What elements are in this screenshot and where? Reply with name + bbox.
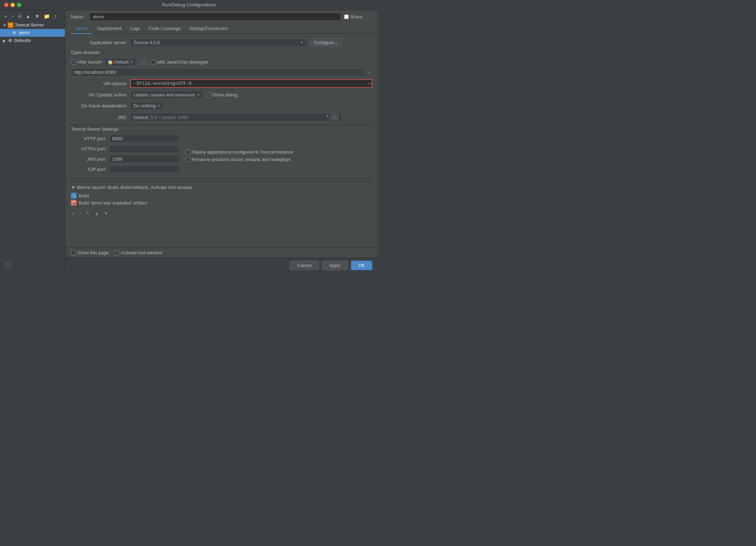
app-server-arrow-icon: ▼ bbox=[300, 41, 304, 44]
http-port-input[interactable] bbox=[109, 135, 180, 143]
move-down-button[interactable]: ▼ bbox=[33, 13, 41, 20]
sidebar-item-demo[interactable]: ⚙ demo bbox=[0, 29, 65, 37]
traffic-lights bbox=[4, 3, 21, 7]
launch-toolbar: + − ✎ ▲ ▼ bbox=[71, 208, 372, 219]
app-server-row: Application server: Tomcat 9.0.8 ▼ Confi… bbox=[71, 38, 372, 47]
folder-button[interactable]: 📁 bbox=[42, 13, 51, 20]
launch-down-button[interactable]: ▼ bbox=[103, 210, 109, 217]
move-up-button[interactable]: ▲ bbox=[24, 13, 32, 20]
tomcat-settings-section: Tomcat Server Settings HTTP port: HTTPs … bbox=[71, 126, 372, 176]
url-expand-button[interactable]: ⤢ bbox=[366, 69, 372, 76]
before-launch-triangle-icon: ▼ bbox=[71, 185, 76, 190]
jre-controls: ▼ ··· bbox=[326, 114, 339, 120]
tomcat-settings-title: Tomcat Server Settings bbox=[71, 126, 372, 132]
after-launch-checkbox-item[interactable]: After launch bbox=[71, 59, 102, 65]
preserve-sessions-checkbox[interactable] bbox=[185, 157, 190, 162]
add-config-button[interactable]: + bbox=[3, 13, 8, 20]
before-launch-title: ▼ Before launch: Build, Build Artifacts,… bbox=[71, 185, 372, 190]
build-icon: 🔧 bbox=[71, 193, 77, 198]
deploy-apps-checkbox-item[interactable]: Deploy applications configured in Tomcat… bbox=[185, 149, 372, 155]
jre-value-normal: Default bbox=[133, 115, 148, 120]
before-launch-title-text: Before launch: Build, Build Artifacts, A… bbox=[77, 185, 192, 190]
tab-bar: Server Deployment Logs Code Coverage Sta… bbox=[65, 24, 378, 34]
on-update-select[interactable]: Update classes and resources ▼ bbox=[130, 91, 203, 99]
tab-logs[interactable]: Logs bbox=[126, 24, 144, 34]
https-port-input[interactable] bbox=[109, 145, 180, 153]
jre-value: Default (1.8 – project SDK) bbox=[133, 115, 188, 120]
build-artifact-label: Build 'demo:war exploded' artifact bbox=[79, 200, 147, 206]
expand-triangle-icon: ▼ bbox=[3, 23, 6, 27]
jmx-port-row: JMX port: bbox=[71, 155, 180, 163]
preserve-sessions-checkbox-item[interactable]: Preserve sessions across restarts and re… bbox=[185, 157, 372, 162]
vm-options-label: VM options: bbox=[71, 81, 127, 86]
activate-tool-window-checkbox[interactable] bbox=[114, 250, 119, 255]
app-server-dropdown[interactable]: Tomcat 9.0.8 ▼ bbox=[130, 38, 307, 47]
share-checkbox[interactable] bbox=[344, 14, 349, 19]
launch-edit-button[interactable]: ✎ bbox=[85, 210, 91, 217]
on-frame-deactivation-arrow-icon: ▼ bbox=[157, 104, 161, 108]
minimize-button[interactable] bbox=[11, 3, 15, 7]
vm-options-row: VM options: ⤢ bbox=[71, 79, 372, 88]
vm-options-input[interactable] bbox=[130, 79, 372, 88]
activate-tool-window-checkbox-item[interactable]: Activate tool window bbox=[114, 250, 162, 255]
launch-up-button[interactable]: ▲ bbox=[94, 210, 100, 217]
name-row: Name: Share bbox=[65, 10, 378, 24]
jre-select[interactable]: Default (1.8 – project SDK) ▼ ··· bbox=[130, 113, 342, 122]
show-dialog-checkbox-item[interactable]: Show dialog bbox=[206, 92, 238, 97]
url-input[interactable] bbox=[71, 68, 365, 76]
sidebar-parent-label: Tomcat Server bbox=[15, 23, 44, 28]
url-row: ⤢ bbox=[71, 68, 372, 76]
jre-row: JRE: Default (1.8 – project SDK) ▼ ··· bbox=[71, 113, 372, 122]
sidebar-defaults-label: Defaults bbox=[14, 38, 31, 43]
browser-row: After launch Default ▼ ··· with JavaScri… bbox=[71, 58, 372, 66]
js-debugger-checkbox[interactable] bbox=[151, 60, 156, 65]
separator-2 bbox=[71, 178, 372, 179]
build-artifact-icon: 📦 bbox=[71, 200, 77, 206]
tab-startup-connection[interactable]: Startup/Connection bbox=[185, 24, 233, 34]
copy-config-button[interactable]: ⎘ bbox=[17, 13, 23, 20]
help-icon[interactable]: ? bbox=[4, 262, 11, 269]
browser-dots-button[interactable]: ··· bbox=[139, 59, 148, 65]
on-update-row: On 'Update' action: Update classes and r… bbox=[71, 91, 372, 99]
browser-value: Default bbox=[114, 59, 128, 65]
jre-label: JRE: bbox=[71, 115, 127, 120]
ajp-port-input[interactable] bbox=[109, 165, 180, 173]
jre-dots-button[interactable]: ··· bbox=[331, 114, 339, 120]
activate-tool-window-label: Activate tool window bbox=[121, 250, 162, 255]
tab-deployment[interactable]: Deployment bbox=[93, 24, 126, 34]
after-launch-checkbox[interactable] bbox=[71, 60, 76, 65]
sidebar-item-defaults[interactable]: ▶ ⚙ Defaults bbox=[0, 37, 65, 44]
name-input[interactable] bbox=[90, 13, 341, 21]
show-dialog-checkbox[interactable] bbox=[206, 93, 211, 97]
before-launch-section: ▼ Before launch: Build, Build Artifacts,… bbox=[71, 182, 372, 219]
show-page-checkbox-item[interactable]: Show this page bbox=[71, 250, 109, 255]
tab-server[interactable]: Server bbox=[71, 24, 93, 34]
close-button[interactable] bbox=[4, 3, 8, 7]
checks-section: Deploy applications configured in Tomcat… bbox=[185, 135, 372, 176]
collapse-triangle-icon: ▶ bbox=[3, 39, 6, 43]
launch-add-button[interactable]: + bbox=[71, 210, 75, 217]
cancel-button[interactable]: Cancel bbox=[290, 261, 319, 270]
jre-arrow-icon: ▼ bbox=[326, 114, 329, 120]
apply-button[interactable]: Apply bbox=[322, 261, 348, 270]
maximize-button[interactable] bbox=[17, 3, 21, 7]
on-frame-deactivation-select[interactable]: Do nothing ▼ bbox=[130, 102, 164, 110]
ok-button[interactable]: OK bbox=[351, 261, 372, 270]
js-debugger-checkbox-item[interactable]: with JavaScript debugger bbox=[151, 59, 209, 65]
launch-remove-button[interactable]: − bbox=[78, 210, 82, 217]
separator-1 bbox=[71, 125, 372, 125]
https-port-row: HTTPs port: bbox=[71, 145, 180, 153]
form-area: Application server: Tomcat 9.0.8 ▼ Confi… bbox=[65, 34, 378, 248]
configure-button[interactable]: Configure... bbox=[310, 38, 342, 47]
ajp-port-label: AJP port: bbox=[71, 167, 106, 172]
sidebar-item-tomcat-server[interactable]: ▼ 🐱 Tomcat Server bbox=[0, 21, 65, 29]
tab-code-coverage[interactable]: Code Coverage bbox=[144, 24, 185, 34]
show-page-checkbox[interactable] bbox=[71, 250, 76, 255]
on-update-value: Update classes and resources bbox=[133, 92, 195, 97]
deploy-apps-checkbox[interactable] bbox=[185, 150, 190, 155]
jmx-port-input[interactable] bbox=[109, 155, 180, 163]
sort-button[interactable]: ↕ bbox=[53, 13, 58, 20]
browser-select[interactable]: Default ▼ bbox=[104, 58, 137, 66]
remove-config-button[interactable]: − bbox=[10, 13, 16, 20]
vm-expand-button[interactable]: ⤢ bbox=[367, 81, 371, 86]
